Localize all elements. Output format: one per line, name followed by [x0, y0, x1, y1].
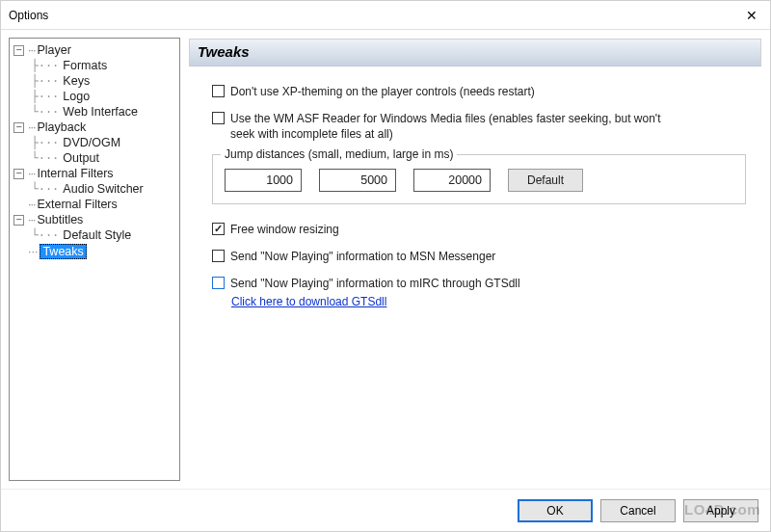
tree-branch-icon: ├··· — [17, 90, 59, 103]
tree-item-web-interface[interactable]: └··· Web Interface — [10, 104, 179, 120]
row-free-resize: Free window resizing — [212, 222, 746, 237]
tree-item-formats[interactable]: ├··· Formats — [10, 58, 179, 73]
tree-group-internal-filters: − ··· Internal Filters └··· Audio Switch… — [10, 166, 179, 197]
tree-branch-icon: └··· — [17, 228, 59, 242]
tree-spacer — [13, 247, 24, 257]
tree-item-keys[interactable]: ├··· Keys — [10, 73, 179, 89]
cancel-button[interactable]: Cancel — [600, 499, 676, 522]
checkbox-mirc[interactable] — [212, 277, 225, 289]
tree-label: Internal Filters — [37, 167, 113, 180]
tree-label: Playback — [37, 120, 86, 134]
tree-dots-icon: ··· — [28, 43, 35, 57]
tree-expander-player[interactable]: − ··· Player — [10, 42, 179, 58]
tree-item-default-style[interactable]: └··· Default Style — [10, 227, 179, 243]
tree-label: Keys — [61, 74, 92, 88]
tree-item-audio-switcher[interactable]: └··· Audio Switcher — [10, 181, 179, 197]
jump-default-button[interactable]: Default — [508, 169, 583, 192]
tree-item-dvd-ogm[interactable]: ├··· DVD/OGM — [10, 135, 179, 150]
tree-item-logo[interactable]: ├··· Logo — [10, 89, 179, 104]
jump-large-input[interactable]: 20000 — [413, 169, 491, 192]
tree-group-subtitles: − ··· Subtitles └··· Default Style — [10, 212, 179, 243]
tree-expander-playback[interactable]: − ··· Playback — [10, 120, 179, 135]
row-wm-asf: Use the WM ASF Reader for Windows Media … — [212, 111, 746, 142]
options-tree[interactable]: − ··· Player ├··· Formats ├··· Keys ├···… — [9, 38, 180, 481]
dialog-body: − ··· Player ├··· Formats ├··· Keys ├···… — [1, 30, 770, 489]
options-dialog: Options ✕ − ··· Player ├··· Formats ├···… — [0, 0, 771, 532]
tree-label: External Filters — [37, 198, 117, 211]
tree-label: Subtitles — [37, 213, 83, 226]
minus-icon: − — [13, 45, 24, 56]
tree-label: Tweaks — [40, 244, 86, 259]
checkbox-xp-theming[interactable] — [212, 85, 225, 97]
dialog-footer: OK Cancel Apply — [1, 489, 770, 531]
titlebar: Options ✕ — [1, 1, 770, 30]
label-xp-theming: Don't use XP-theming on the player contr… — [230, 84, 535, 99]
tree-branch-icon: ├··· — [17, 74, 59, 88]
tree-expander-subtitles[interactable]: − ··· Subtitles — [10, 212, 179, 227]
tree-dots-icon: ··· — [28, 213, 35, 226]
tree-dots-icon: ··· — [28, 245, 38, 258]
tree-dots-icon: ··· — [28, 198, 35, 211]
jump-distances-fieldset: Jump distances (small, medium, large in … — [212, 154, 746, 204]
tree-label: Default Style — [61, 228, 133, 242]
label-msn: Send "Now Playing" information to MSN Me… — [230, 249, 495, 264]
row-xp-theming: Don't use XP-theming on the player contr… — [212, 84, 746, 99]
tree-item-output[interactable]: └··· Output — [10, 150, 179, 166]
checkbox-free-resize[interactable] — [212, 223, 225, 235]
ok-button[interactable]: OK — [518, 499, 593, 522]
tree-dots-icon: ··· — [28, 120, 35, 134]
jump-row: 1000 5000 20000 Default — [225, 169, 733, 192]
minus-icon: − — [13, 215, 24, 226]
checkbox-wm-asf[interactable] — [212, 112, 225, 124]
row-msn: Send "Now Playing" information to MSN Me… — [212, 249, 746, 264]
jump-medium-input[interactable]: 5000 — [319, 169, 396, 192]
tree-dots-icon: ··· — [28, 167, 35, 180]
row-mirc: Send "Now Playing" information to mIRC t… — [212, 276, 746, 291]
tree-branch-icon: ├··· — [17, 136, 59, 149]
jump-legend: Jump distances (small, medium, large in … — [221, 147, 457, 161]
tree-label: Audio Switcher — [61, 182, 145, 196]
tree-group-playback: − ··· Playback ├··· DVD/OGM └··· Output — [10, 120, 179, 166]
tree-branch-icon: ├··· — [17, 59, 59, 72]
panel-body: Don't use XP-theming on the player contr… — [189, 66, 761, 318]
tree-label: Output — [61, 151, 101, 165]
checkbox-msn[interactable] — [212, 250, 225, 262]
tree-branch-icon: └··· — [17, 105, 59, 119]
minus-icon: − — [13, 169, 24, 179]
row-download-link: Click here to download GTSdll — [212, 295, 746, 308]
tweaks-panel: Tweaks Don't use XP-theming on the playe… — [188, 38, 762, 481]
label-free-resize: Free window resizing — [230, 222, 339, 237]
tree-branch-icon: └··· — [17, 182, 59, 196]
download-gtsdll-link[interactable]: Click here to download GTSdll — [231, 295, 386, 308]
tree-item-tweaks[interactable]: ··· Tweaks — [10, 243, 179, 260]
jump-small-input[interactable]: 1000 — [225, 169, 302, 192]
tree-expander-internal-filters[interactable]: − ··· Internal Filters — [10, 166, 179, 181]
tree-label: Player — [37, 43, 70, 57]
label-wm-asf: Use the WM ASF Reader for Windows Media … — [230, 111, 674, 142]
tree-label: Logo — [61, 90, 92, 103]
minus-icon: − — [13, 122, 24, 133]
close-icon[interactable]: ✕ — [741, 8, 762, 23]
tree-spacer — [13, 200, 24, 210]
apply-button[interactable]: Apply — [683, 499, 758, 522]
tree-group-external-filters: ··· External Filters — [10, 197, 179, 212]
tree-label: Web Interface — [61, 105, 140, 119]
tree-label: DVD/OGM — [61, 136, 122, 149]
window-title: Options — [9, 9, 741, 22]
tree-branch-icon: └··· — [17, 151, 59, 165]
tree-item-external-filters[interactable]: ··· External Filters — [10, 197, 179, 212]
tree-group-player: − ··· Player ├··· Formats ├··· Keys ├···… — [10, 42, 179, 120]
panel-header: Tweaks — [189, 39, 761, 66]
tree-label: Formats — [61, 59, 109, 72]
label-mirc: Send "Now Playing" information to mIRC t… — [230, 276, 520, 291]
